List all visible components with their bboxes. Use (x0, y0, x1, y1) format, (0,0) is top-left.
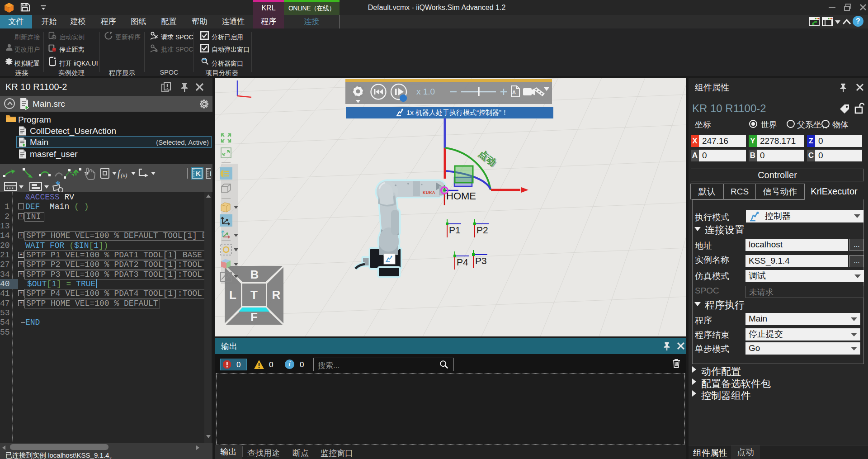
svg-text:1x 机器人处于执行模式“控制器”！: 1x 机器人处于执行模式“控制器”！ (406, 109, 508, 116)
svg-text:K: K (196, 170, 201, 177)
svg-text:B: B (250, 268, 259, 281)
svg-text:F: F (250, 310, 258, 324)
svg-text:A: A (512, 90, 516, 95)
svg-text:(x): (x) (121, 172, 127, 179)
svg-text:P3: P3 (475, 256, 487, 266)
svg-text:D: D (210, 170, 211, 177)
svg-text:P4: P4 (457, 257, 468, 267)
svg-text:L: L (229, 288, 236, 302)
svg-text:x 1.0: x 1.0 (416, 87, 435, 96)
svg-text:R: R (272, 288, 281, 302)
svg-text:KUKA: KUKA (423, 190, 435, 195)
svg-text:P1: P1 (449, 225, 461, 235)
svg-text:HOME: HOME (446, 190, 476, 202)
svg-text:T: T (250, 288, 258, 302)
svg-text:P2: P2 (476, 225, 488, 235)
